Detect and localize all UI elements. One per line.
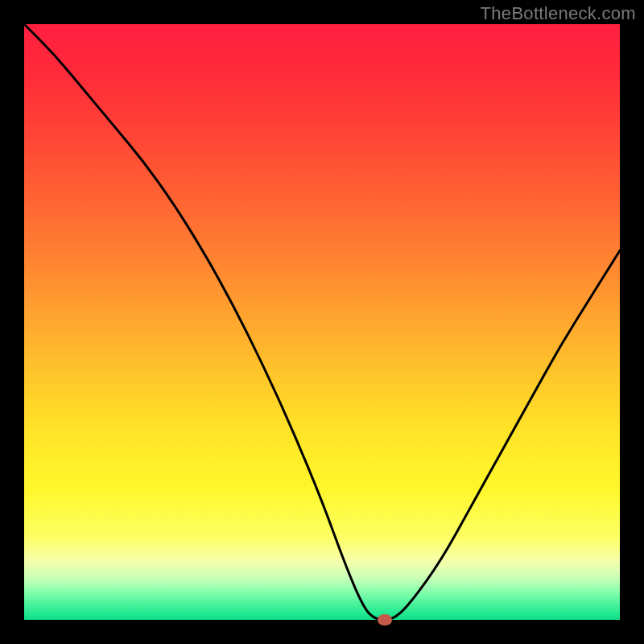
- watermark-text: TheBottleneck.com: [481, 3, 636, 24]
- bottleneck-curve: [24, 24, 620, 620]
- curve-path: [24, 24, 620, 620]
- plot-area: [24, 24, 620, 620]
- optimal-point-marker: [378, 614, 392, 625]
- chart-frame: TheBottleneck.com: [0, 0, 644, 644]
